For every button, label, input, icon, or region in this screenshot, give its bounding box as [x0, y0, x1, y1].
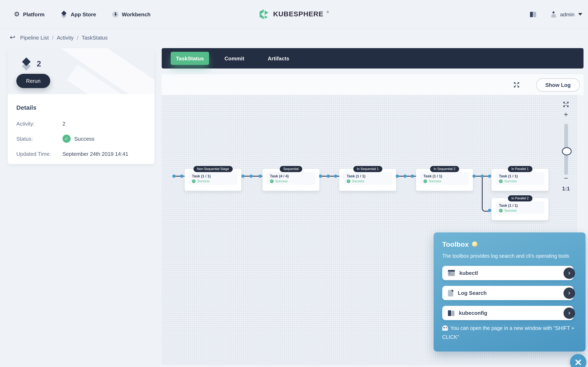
activity-number: 2 [37, 59, 41, 68]
detail-row-status: Status: ✓ Success [16, 134, 146, 143]
toolbox-item-label: kubectl [459, 270, 478, 276]
stage-label: In Sequential 1 [353, 166, 382, 172]
detail-row-activity: Activity: 2 [16, 119, 146, 128]
chevron-right-icon: › [568, 289, 571, 296]
toolbox-item-kubectl[interactable]: kubectl › [442, 266, 573, 280]
detail-row-updated-time: Updated Time: September 24th 2019 14:41 [16, 150, 146, 158]
stage-label: In Parallel 1 [508, 166, 532, 172]
stage-label: Sequential [279, 166, 302, 172]
docs-book-icon[interactable] [530, 12, 536, 17]
edge-dot [488, 209, 491, 212]
toolbox-item-log-search[interactable]: Log Search › [442, 286, 573, 300]
detail-value: September 24th 2019 14:41 [62, 151, 128, 157]
toolbox-item-kubeconfig[interactable]: kubeconfig › [442, 306, 573, 320]
file-icon [448, 290, 453, 296]
tab-artifacts[interactable]: Artifacts [263, 48, 294, 68]
kubesphere-logo: KUBESPHERE ® [0, 0, 588, 29]
top-navbar: ⚙ Platform App Store Workbench KUBESPHER… [0, 0, 588, 29]
terminal-icon [448, 270, 455, 276]
edge-dot [411, 175, 414, 178]
open-kubeconfig-button[interactable]: › [563, 307, 575, 319]
task-name: Task (1 / 1) [424, 174, 466, 179]
breadcrumb-pipeline-list[interactable]: Pipeline List [20, 34, 49, 41]
task-name: Task (1 / 1) [192, 174, 234, 179]
chevron-right-icon: › [568, 269, 571, 276]
task-item[interactable]: Task (4 / 4) ✓Success [267, 172, 315, 185]
kubesphere-app: ⚙ Platform App Store Workbench KUBESPHER… [0, 0, 588, 367]
user-menu[interactable]: admin [551, 11, 582, 17]
chevron-right-icon: › [568, 309, 571, 316]
detail-label: Activity: [16, 120, 62, 127]
caret-down-icon [578, 13, 582, 16]
stage-card-in-sequential-2[interactable]: In Sequential 2 Task (1 / 1) ✓Success [416, 169, 473, 191]
open-log-search-button[interactable]: › [563, 287, 575, 299]
task-name: Task (1 / 1) [499, 174, 541, 179]
open-kubectl-button[interactable]: › [563, 267, 575, 279]
edge-dot [334, 175, 337, 178]
success-check-icon: ✓ [499, 179, 503, 183]
zoom-slider-handle[interactable] [562, 147, 572, 155]
zoom-reset-ratio[interactable]: 1:1 [560, 185, 572, 192]
status-badge: Success [74, 136, 94, 142]
logo-text: KUBESPHERE [273, 10, 323, 18]
stage-card-sequential[interactable]: Sequential Task (4 / 4) ✓Success [263, 169, 319, 191]
fullscreen-icon[interactable] [514, 82, 519, 88]
detail-value: 2 [62, 120, 65, 127]
task-name: Task (1 / 1) [347, 174, 389, 179]
toolbox-title: Toolbox [442, 241, 469, 249]
task-status-text: Success [429, 179, 441, 183]
toolbox-close-button[interactable] [570, 354, 586, 367]
task-item[interactable]: Task (1 / 1) ✓Success [496, 201, 544, 214]
task-item[interactable]: Task (1 / 1) ✓Success [496, 172, 544, 185]
show-log-button[interactable]: Show Log [536, 78, 580, 92]
edge-dot [241, 175, 245, 178]
toolbox-item-label: kubeconfig [459, 310, 487, 316]
success-check-icon: ✓ [62, 134, 71, 143]
task-item[interactable]: Task (1 / 1) ✓Success [420, 172, 469, 185]
kubeconfig-book-icon [448, 310, 454, 316]
zoom-in-button[interactable]: + [560, 110, 572, 119]
task-status-text: Success [197, 179, 209, 183]
stage-card-non-sequential[interactable]: Non-Sequential Stage Task (1 / 1) ✓Succe… [185, 169, 241, 191]
toolbox-description: The toolbox provides log search and cli'… [442, 253, 579, 259]
success-check-icon: ✓ [347, 179, 350, 183]
task-item[interactable]: Task (1 / 1) ✓Success [189, 172, 237, 185]
pipeline-icon [21, 58, 32, 70]
task-status-text: Success [275, 179, 287, 183]
detail-label: Status: [16, 136, 62, 142]
toolbox-note-text: You can open the page in a new window wi… [442, 325, 574, 340]
fit-screen-icon[interactable] [563, 101, 569, 107]
breadcrumb: ↩ Pipeline List / Activity / TaskStatus [10, 34, 108, 41]
tab-commit[interactable]: Commit [219, 48, 250, 68]
edge-dot [180, 175, 183, 178]
stage-card-in-parallel-1[interactable]: In Parallel 1 Task (1 / 1) ✓Success [492, 169, 548, 191]
edge-dot [327, 175, 330, 178]
nav-right: admin [530, 0, 582, 29]
stage-label: Non-Sequential Stage [193, 166, 233, 172]
breadcrumb-activity[interactable]: Activity [57, 34, 73, 41]
edge-dot [481, 175, 484, 178]
details-title: Details [16, 104, 146, 111]
success-check-icon: ✓ [270, 179, 274, 183]
graph-toolbar: Show Log [162, 74, 584, 95]
stage-label: In Parallel 2 [508, 195, 532, 201]
stage-card-in-parallel-2[interactable]: In Parallel 2 Task (1 / 1) ✓Success [492, 198, 548, 220]
task-item[interactable]: Task (1 / 1) ✓Success [343, 172, 392, 185]
user-name: admin [560, 11, 575, 17]
person-icon [551, 11, 556, 17]
zoom-out-button[interactable]: − [560, 174, 572, 183]
stage-card-in-sequential-1[interactable]: In Sequential 1 Task (1 / 1) ✓Success [339, 169, 396, 191]
rerun-button[interactable]: Rerun [16, 74, 50, 88]
lightbulb-icon [472, 241, 477, 248]
pipeline-branch-edge [482, 176, 490, 212]
edge-dot [403, 175, 407, 178]
task-status-text: Success [504, 209, 517, 212]
success-check-icon: ✓ [424, 179, 427, 183]
stage-label: In Sequential 2 [430, 166, 459, 172]
breadcrumb-separator: / [77, 34, 78, 41]
kubesphere-logo-mark [259, 9, 270, 20]
zoom-slider[interactable] [564, 124, 568, 175]
tab-taskstatus[interactable]: TaskStatus [171, 52, 209, 65]
toolbox-item-label: Log Search [458, 290, 487, 296]
back-icon[interactable]: ↩ [10, 34, 15, 41]
